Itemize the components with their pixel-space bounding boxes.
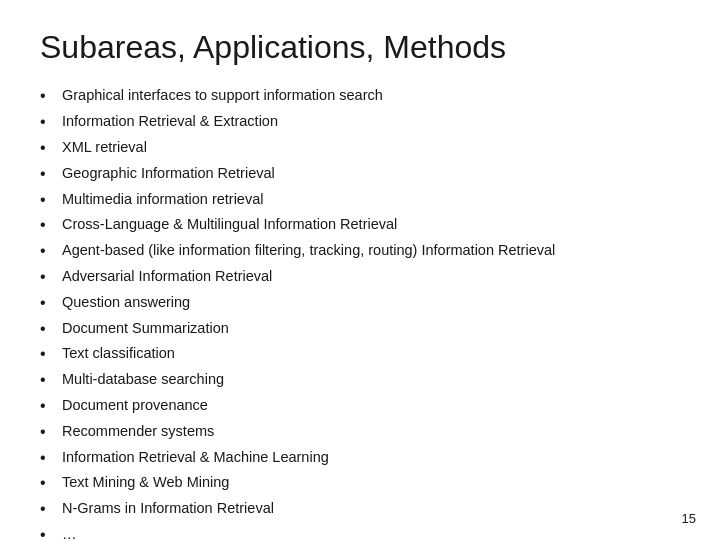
list-item: •Cross-Language & Multilingual Informati… (40, 213, 680, 238)
bullet-text: XML retrieval (62, 136, 680, 158)
bullet-symbol: • (40, 136, 58, 161)
bullet-text: … (62, 523, 680, 540)
list-item: •Information Retrieval & Machine Learnin… (40, 446, 680, 471)
list-item: •Adversarial Information Retrieval (40, 265, 680, 290)
bullet-text: Agent-based (like information filtering,… (62, 239, 680, 261)
bullet-text: Multimedia information retrieval (62, 188, 680, 210)
bullet-text: Information Retrieval & Machine Learning (62, 446, 680, 468)
bullet-symbol: • (40, 110, 58, 135)
bullet-symbol: • (40, 342, 58, 367)
list-item: •N-Grams in Information Retrieval (40, 497, 680, 522)
list-item: •Document Summarization (40, 317, 680, 342)
bullet-text: Document provenance (62, 394, 680, 416)
slide-title: Subareas, Applications, Methods (40, 28, 680, 66)
slide-number: 15 (682, 511, 696, 526)
bullet-text: Text classification (62, 342, 680, 364)
list-item: •Recommender systems (40, 420, 680, 445)
bullet-symbol: • (40, 420, 58, 445)
list-item: •Multimedia information retrieval (40, 188, 680, 213)
bullet-text: Recommender systems (62, 420, 680, 442)
list-item: •Document provenance (40, 394, 680, 419)
list-item: •Agent-based (like information filtering… (40, 239, 680, 264)
bullet-text: Graphical interfaces to support informat… (62, 84, 680, 106)
list-item: •Text Mining & Web Mining (40, 471, 680, 496)
list-item: •Information Retrieval & Extraction (40, 110, 680, 135)
bullet-symbol: • (40, 368, 58, 393)
list-item: •… (40, 523, 680, 540)
bullet-list: •Graphical interfaces to support informa… (40, 84, 680, 540)
slide-container: Subareas, Applications, Methods •Graphic… (0, 0, 720, 540)
bullet-text: Multi-database searching (62, 368, 680, 390)
bullet-symbol: • (40, 265, 58, 290)
bullet-symbol: • (40, 394, 58, 419)
bullet-text: Cross-Language & Multilingual Informatio… (62, 213, 680, 235)
bullet-symbol: • (40, 239, 58, 264)
bullet-text: Text Mining & Web Mining (62, 471, 680, 493)
bullet-text: Information Retrieval & Extraction (62, 110, 680, 132)
bullet-text: Question answering (62, 291, 680, 313)
bullet-symbol: • (40, 84, 58, 109)
list-item: •Geographic Information Retrieval (40, 162, 680, 187)
list-item: •Question answering (40, 291, 680, 316)
bullet-symbol: • (40, 446, 58, 471)
list-item: •Multi-database searching (40, 368, 680, 393)
bullet-symbol: • (40, 291, 58, 316)
bullet-symbol: • (40, 162, 58, 187)
bullet-symbol: • (40, 188, 58, 213)
bullet-text: N-Grams in Information Retrieval (62, 497, 680, 519)
bullet-text: Geographic Information Retrieval (62, 162, 680, 184)
list-item: •Graphical interfaces to support informa… (40, 84, 680, 109)
bullet-symbol: • (40, 317, 58, 342)
bullet-text: Document Summarization (62, 317, 680, 339)
bullet-symbol: • (40, 523, 58, 540)
list-item: •Text classification (40, 342, 680, 367)
bullet-text: Adversarial Information Retrieval (62, 265, 680, 287)
bullet-symbol: • (40, 497, 58, 522)
bullet-symbol: • (40, 471, 58, 496)
list-item: •XML retrieval (40, 136, 680, 161)
bullet-symbol: • (40, 213, 58, 238)
